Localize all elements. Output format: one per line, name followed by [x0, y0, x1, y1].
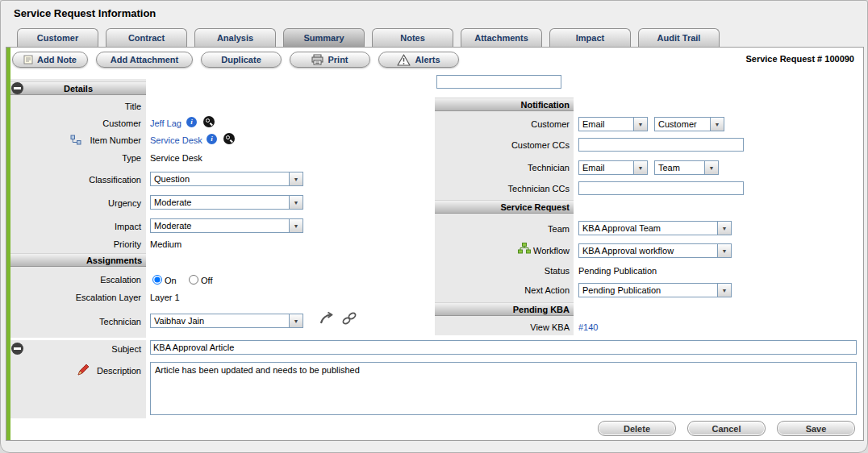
- assignments-section-header: Assignments: [10, 253, 146, 267]
- team-label: Team: [435, 223, 570, 235]
- next-action-label: Next Action: [435, 285, 570, 296]
- escalation-on-radio[interactable]: [152, 275, 162, 285]
- print-label: Print: [328, 55, 348, 64]
- notify-customer-target-selected: Customer: [655, 118, 710, 131]
- customer-label: Customer: [10, 118, 141, 129]
- add-attachment-label: Add Attachment: [111, 55, 179, 64]
- workflow-select[interactable]: KBA Approval workflow ▼: [578, 243, 732, 258]
- next-action-select[interactable]: Pending Publication ▼: [578, 283, 732, 297]
- customer-ccs-input[interactable]: [578, 138, 744, 152]
- view-kba-link[interactable]: #140: [578, 322, 598, 333]
- chevron-down-icon: ▼: [717, 284, 731, 297]
- notification-section-header: Notification: [435, 98, 574, 111]
- pending-kba-section-header: Pending KBA: [435, 302, 574, 316]
- service-request-window: Service Request Information Customer Con…: [0, 0, 868, 453]
- chevron-down-icon: ▼: [704, 161, 718, 174]
- tab-notes[interactable]: Notes: [372, 28, 453, 48]
- tab-customer[interactable]: Customer: [17, 28, 98, 48]
- page-title: Service Request Information: [14, 7, 156, 19]
- subject-label: Subject: [10, 343, 141, 355]
- impact-selected: Moderate: [151, 219, 289, 232]
- save-button[interactable]: Save: [777, 421, 855, 436]
- classification-label: Classification: [10, 174, 141, 185]
- printer-icon: [311, 54, 323, 65]
- tab-analysis[interactable]: Analysis: [194, 28, 276, 48]
- customer-search-icon[interactable]: [203, 116, 215, 127]
- impact-label: Impact: [10, 221, 141, 232]
- workflow-label: Workflow: [435, 245, 570, 256]
- cancel-button[interactable]: Cancel: [687, 421, 766, 436]
- technician-label: Technician: [10, 316, 141, 327]
- next-action-selected: Pending Publication: [579, 284, 717, 297]
- note-icon: [23, 55, 33, 64]
- customer-info-icon[interactable]: i: [186, 117, 197, 127]
- notify-technician-target-select[interactable]: Team ▼: [654, 160, 719, 175]
- escalate-icon[interactable]: [319, 311, 335, 326]
- escalation-layer-label: Escalation Layer: [10, 292, 141, 303]
- technician-select[interactable]: Vaibhav Jain ▼: [150, 314, 303, 328]
- subject-input[interactable]: [150, 340, 857, 355]
- tab-contract[interactable]: Contract: [106, 28, 187, 48]
- duplicate-button[interactable]: Duplicate: [201, 52, 282, 68]
- unlink-icon[interactable]: [341, 311, 357, 326]
- alerts-label: Alerts: [415, 55, 440, 64]
- alert-triangle-icon: [397, 54, 411, 66]
- customer-ccs-label: Customer CCs: [435, 139, 570, 151]
- notify-technician-target-selected: Team: [655, 161, 704, 174]
- description-textarea[interactable]: Article has been updated and needs to be…: [150, 362, 857, 415]
- notification-label-column: [435, 98, 574, 335]
- tab-attachments[interactable]: Attachments: [461, 28, 542, 48]
- urgency-label: Urgency: [10, 197, 141, 209]
- escalation-off-label: Off: [201, 275, 212, 286]
- item-search-icon[interactable]: [223, 133, 235, 144]
- urgency-select[interactable]: Moderate ▼: [150, 195, 303, 210]
- technician-ccs-label: Technician CCs: [435, 183, 570, 194]
- team-select[interactable]: KBA Approval Team ▼: [578, 221, 732, 235]
- delete-button[interactable]: Delete: [598, 421, 676, 436]
- chevron-down-icon: ▼: [289, 196, 303, 209]
- service-request-section-header: Service Request: [435, 200, 574, 214]
- notify-technician-method-select[interactable]: Email ▼: [578, 160, 648, 175]
- notify-customer-method-selected: Email: [579, 118, 633, 131]
- add-attachment-button[interactable]: Add Attachment: [96, 52, 193, 68]
- title-input[interactable]: [436, 75, 561, 89]
- view-kba-label: View KBA: [435, 322, 570, 333]
- collapse-details-icon[interactable]: [11, 82, 23, 94]
- item-info-icon[interactable]: i: [207, 134, 217, 144]
- customer-link[interactable]: Jeff Lag: [150, 118, 182, 129]
- title-label: Title: [10, 101, 141, 112]
- tab-audit-trail[interactable]: Audit Trail: [638, 28, 720, 48]
- add-note-button[interactable]: Add Note: [12, 52, 88, 68]
- add-note-label: Add Note: [37, 55, 77, 64]
- chevron-down-icon: ▼: [289, 314, 303, 327]
- request-number: Service Request # 100090: [745, 54, 854, 64]
- notify-technician-label: Technician: [435, 162, 570, 173]
- priority-value: Medium: [150, 239, 182, 250]
- chevron-down-icon: ▼: [633, 118, 647, 131]
- chevron-down-icon: ▼: [289, 172, 303, 185]
- notify-customer-method-select[interactable]: Email ▼: [578, 117, 648, 131]
- escalation-off-radio[interactable]: [189, 275, 198, 285]
- chevron-down-icon: ▼: [717, 244, 731, 257]
- description-label: Description: [10, 365, 141, 376]
- item-number-link[interactable]: Service Desk: [150, 135, 202, 146]
- classification-select[interactable]: Question ▼: [150, 172, 303, 186]
- workflow-selected: KBA Approval workflow: [579, 244, 717, 257]
- type-label: Type: [10, 152, 141, 164]
- chevron-down-icon: ▼: [633, 161, 647, 174]
- alerts-button[interactable]: Alerts: [378, 52, 459, 68]
- notify-customer-target-select[interactable]: Customer ▼: [654, 117, 724, 131]
- tab-impact[interactable]: Impact: [549, 28, 631, 48]
- details-section-header: Details: [10, 81, 146, 95]
- chevron-down-icon: ▼: [717, 222, 731, 235]
- print-button[interactable]: Print: [290, 52, 370, 68]
- chevron-down-icon: ▼: [289, 219, 303, 232]
- status-label: Status: [435, 265, 570, 276]
- technician-ccs-input[interactable]: [578, 181, 744, 195]
- impact-select[interactable]: Moderate ▼: [150, 218, 303, 233]
- urgency-selected: Moderate: [151, 196, 289, 209]
- duplicate-label: Duplicate: [221, 55, 261, 64]
- tab-summary[interactable]: Summary: [283, 28, 365, 48]
- technician-selected: Vaibhav Jain: [151, 314, 289, 327]
- escalation-layer-value: Layer 1: [150, 292, 180, 303]
